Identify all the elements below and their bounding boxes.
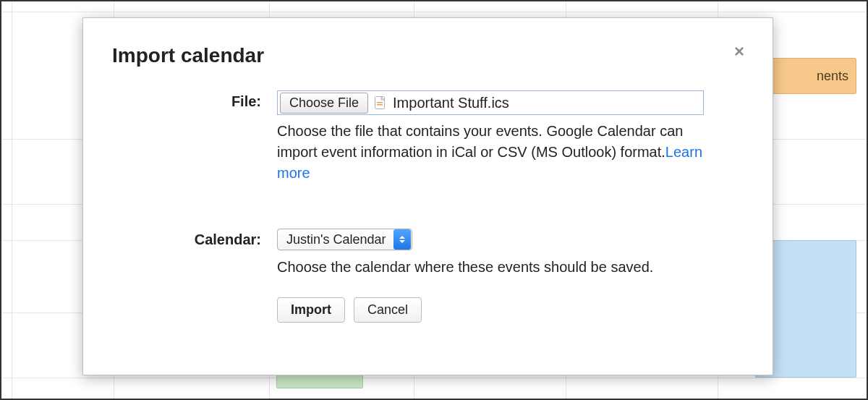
choose-file-button[interactable]: Choose File xyxy=(280,93,368,114)
cancel-button[interactable]: Cancel xyxy=(354,297,422,323)
close-icon[interactable]: × xyxy=(731,43,748,60)
selected-filename: Important Stuff.ics xyxy=(393,95,509,111)
file-label: File: xyxy=(231,93,261,109)
calendar-help-text: Choose the calendar where these events s… xyxy=(277,259,744,276)
svg-rect-3 xyxy=(377,104,383,106)
file-input[interactable]: Choose File Important Stuff.ics xyxy=(277,90,704,115)
file-help-text: Choose the file that contains your event… xyxy=(277,121,704,184)
import-calendar-dialog: Import calendar × File: Choose File xyxy=(82,17,773,375)
calendar-label: Calendar: xyxy=(195,231,261,247)
calendar-select[interactable]: Justin's Calendar xyxy=(277,229,412,250)
file-icon xyxy=(374,96,386,109)
calendar-select-value: Justin's Calendar xyxy=(286,232,393,247)
svg-rect-2 xyxy=(377,102,383,103)
import-button[interactable]: Import xyxy=(277,297,345,323)
dialog-title: Import calendar xyxy=(112,44,744,67)
select-arrows-icon xyxy=(393,229,411,250)
